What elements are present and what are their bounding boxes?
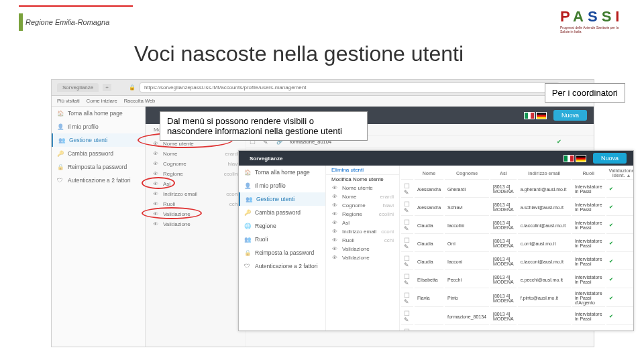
column-header[interactable]: Nome	[415, 167, 443, 180]
eye-icon: 👁	[331, 220, 338, 226]
column-header[interactable]: Ruoli	[572, 167, 604, 180]
col-toggle-surname[interactable]: 👁Cognomehiavi	[146, 159, 246, 169]
checkbox-icon[interactable]	[404, 219, 411, 225]
column-visibility-menu: 👁Nome utente 👁Nomeerardi 👁Cognomehiavi 👁…	[146, 136, 246, 347]
key-icon: 🔑	[57, 150, 64, 157]
table-row: ClaudiaIaccolini[8013 4] MODENAc.iaccoli…	[401, 217, 633, 234]
logo-divider	[19, 5, 133, 7]
home-icon: 🏠	[57, 110, 64, 117]
user-icon: 👤	[57, 123, 64, 130]
col-toggle[interactable]: 👁Ruolicchi	[326, 236, 399, 245]
sidebar-item[interactable]: 🌐Regione	[239, 219, 325, 233]
bookmark-web-collection[interactable]: Raccolta Web	[124, 98, 156, 104]
sidebar-item-home[interactable]: 🏠Torna alla home page	[52, 107, 145, 120]
col-toggle[interactable]: 👁Nome utente	[326, 184, 399, 192]
col-toggle[interactable]: 👁Cognomehiavi	[326, 201, 399, 210]
col-toggle-validation[interactable]: 👁Validazione	[146, 209, 246, 219]
check-icon: ✔	[606, 235, 633, 252]
sidebar-item-users[interactable]: 👥Gestione utenti	[52, 133, 145, 147]
col-toggle[interactable]: 👁Validazione	[326, 245, 399, 253]
col-toggle-validation2[interactable]: 👁Validazione	[146, 219, 246, 229]
sidebar-item[interactable]: 🔑Cambia password	[239, 206, 325, 219]
eye-icon: 👁	[331, 211, 338, 217]
callout-menu-desc: Dal menù si possono rendere visibili o n…	[160, 111, 368, 141]
edit-icon[interactable]	[404, 243, 411, 250]
bookmark-get-started[interactable]: Come iniziare	[87, 98, 117, 104]
eye-icon: 👁	[331, 202, 338, 208]
check-icon: ✔	[606, 326, 633, 330]
checkbox-icon[interactable]	[404, 292, 411, 298]
sidebar-item[interactable]: 🛡Autenticazione a 2 fattori	[239, 259, 325, 273]
language-flags[interactable]	[524, 112, 547, 119]
checkbox-icon[interactable]	[404, 273, 411, 280]
table-row: FlaviaPinto[8013 4] MODENAf.pinto@ausl.m…	[401, 290, 633, 307]
col-toggle-email[interactable]: 👁Indirizzo emailcconi	[146, 189, 246, 199]
sidebar-item[interactable]: 👥Ruoli	[239, 233, 325, 246]
eye-icon: 👁	[331, 246, 338, 252]
column-header[interactable]: Validazione ident. ▲	[606, 167, 633, 180]
check-icon: ✔	[606, 253, 633, 270]
shield-icon: 🛡	[57, 177, 64, 184]
browser-tab[interactable]: Sorveglianze	[57, 83, 99, 92]
edit-icon[interactable]	[404, 316, 411, 323]
users-icon: 👥	[58, 137, 65, 143]
check-icon: ✔	[553, 136, 594, 148]
flag-de-icon[interactable]	[576, 155, 586, 162]
lock-icon: 🔒	[57, 164, 64, 170]
col-toggle[interactable]: 👁Asl	[326, 219, 399, 227]
column-header[interactable]: Cognome	[445, 167, 489, 180]
column-header[interactable]: Indirizzo email	[518, 167, 571, 180]
app-brand: Sorveglianze	[246, 154, 286, 164]
table-row: ClaudiaIacconi[8013 4] MODENAc.iacconi@a…	[401, 253, 633, 270]
col-toggle-asl[interactable]: 👁Asl	[146, 179, 246, 189]
sidebar-item[interactable]: 👤Il mio profilo	[239, 179, 325, 192]
address-bar[interactable]: https://sorveglianzepassi.iss.it/it/acco…	[140, 82, 559, 93]
slide-title: Voci nascoste nella gestione utenti	[134, 42, 464, 66]
lock-icon: 🔒	[129, 84, 136, 90]
check-icon: ✔	[606, 272, 633, 288]
checkbox-icon[interactable]	[404, 255, 411, 261]
checkbox-icon[interactable]	[404, 182, 411, 189]
col-toggle[interactable]: 👁Validazione	[326, 253, 399, 262]
col-toggle[interactable]: 👁Regioneccolini	[326, 210, 399, 219]
checkbox-icon[interactable]	[404, 328, 411, 330]
sidebar-item-reset-pw[interactable]: 🔒Reimposta la password	[52, 160, 145, 174]
new-button[interactable]: Nuova	[553, 110, 587, 121]
table-row: ClaudiaOrri[8013 4] MODENAc.orri@ausl.mo…	[401, 235, 633, 252]
column-header[interactable]	[401, 167, 413, 180]
sidebar-item-change-pw[interactable]: 🔑Cambia password	[52, 147, 145, 160]
front-col-menu: Elimina utenti Modifica Nome utente 👁Nom…	[326, 166, 400, 330]
check-icon: ✔	[606, 217, 633, 234]
front-sidebar: 🏠Torna alla home page 👤Il mio profilo 👥G…	[239, 166, 326, 330]
edit-icon[interactable]	[404, 225, 411, 232]
edit-icon[interactable]	[404, 207, 411, 214]
sidebar: 🏠Torna alla home page 👤Il mio profilo 👥G…	[52, 107, 146, 347]
edit-icon[interactable]	[404, 298, 411, 305]
eye-icon: 👁	[331, 255, 338, 261]
flag-de-icon[interactable]	[536, 112, 547, 119]
checkbox-icon[interactable]	[404, 310, 411, 316]
col-toggle-name[interactable]: 👁Nomeerardi	[146, 149, 246, 159]
sidebar-item[interactable]: 🏠Torna alla home page	[239, 166, 325, 179]
screenshot-front: Sorveglianze Nuova 🏠Torna alla home page…	[238, 150, 634, 331]
check-icon: ✔	[606, 181, 633, 198]
flag-it-icon[interactable]	[524, 112, 535, 119]
col-toggle[interactable]: 👁Indirizzo emailcconi	[326, 227, 399, 236]
tab-add-icon[interactable]: +	[103, 84, 111, 91]
sidebar-item[interactable]: 🔒Reimposta la password	[239, 246, 325, 259]
bookmark-most-visited[interactable]: Più visitati	[57, 98, 80, 104]
header-link[interactable]: Elimina utenti	[326, 166, 399, 174]
edit-icon[interactable]	[404, 280, 411, 286]
column-header[interactable]: Asl	[490, 167, 517, 180]
edit-icon[interactable]	[404, 261, 411, 268]
sidebar-item-2fa[interactable]: 🛡Autenticazione a 2 fattori	[52, 174, 145, 187]
checkbox-icon[interactable]	[404, 237, 411, 243]
new-button[interactable]: Nuova	[593, 153, 627, 164]
edit-icon[interactable]	[404, 189, 411, 196]
highlight-ellipse-validation	[142, 207, 202, 219]
flag-it-icon[interactable]	[564, 155, 574, 162]
sidebar-item[interactable]: 👥Gestione utenti	[239, 192, 325, 206]
sidebar-item-profile[interactable]: 👤Il mio profilo	[52, 120, 145, 133]
checkbox-icon[interactable]	[404, 200, 411, 207]
col-toggle[interactable]: 👁Nomeerardi	[326, 192, 399, 201]
